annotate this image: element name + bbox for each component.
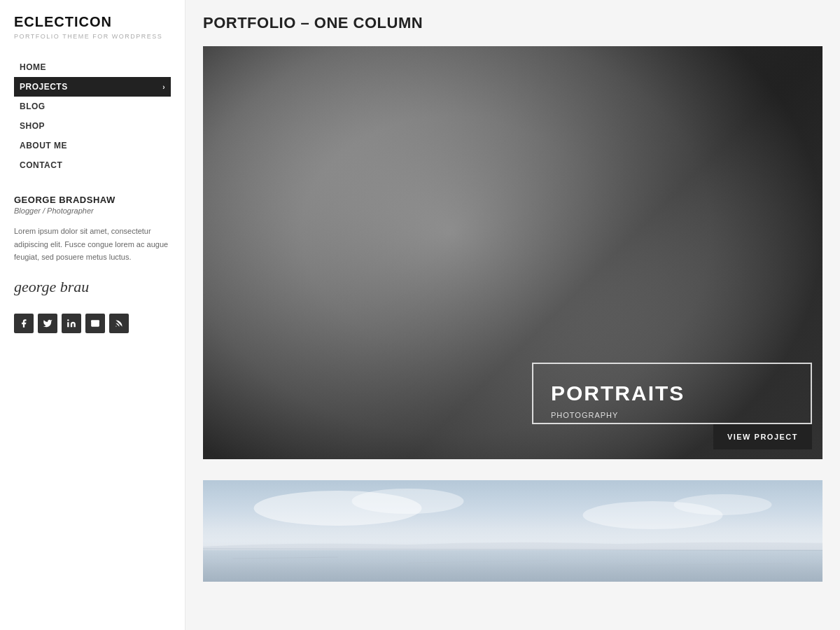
- sidebar-link-shop[interactable]: SHOP: [14, 116, 171, 136]
- main-content: PORTFOLIO – ONE COLUMN: [186, 0, 840, 630]
- sidebar-item-projects[interactable]: PROJECTS›: [14, 77, 171, 97]
- svg-line-13: [391, 302, 426, 309]
- svg-line-26: [618, 564, 793, 566]
- sidebar: ECLECTICON PORTFOLIO THEME FOR WORDPRESS…: [0, 0, 186, 630]
- project-overlay-portraits: PORTRAITS Photography VIEW PROJECT: [532, 363, 812, 424]
- author-role: Blogger / Photographer: [14, 206, 171, 215]
- chevron-right-icon: ›: [162, 83, 165, 91]
- sidebar-item-contact[interactable]: CONTACT: [14, 155, 171, 175]
- svg-point-6: [492, 102, 604, 270]
- svg-line-8: [415, 206, 520, 211]
- rss-icon[interactable]: [109, 314, 129, 333]
- svg-line-25: [408, 561, 548, 563]
- view-project-button-portraits[interactable]: VIEW PROJECT: [713, 424, 812, 449]
- svg-line-24: [233, 557, 338, 559]
- svg-rect-18: [203, 550, 822, 582]
- svg-point-10: [428, 255, 458, 272]
- svg-line-7: [422, 197, 520, 200]
- author-signature: george brau: [14, 278, 171, 296]
- site-branding: ECLECTICON PORTFOLIO THEME FOR WORDPRESS: [14, 14, 171, 40]
- portfolio-item-portraits: PORTRAITS Photography VIEW PROJECT: [203, 46, 822, 459]
- svg-rect-14: [203, 46, 303, 459]
- facebook-icon[interactable]: [14, 314, 34, 333]
- svg-line-9: [419, 217, 517, 221]
- sidebar-link-about[interactable]: ABOUT ME: [14, 136, 171, 155]
- svg-rect-16: [203, 46, 822, 116]
- author-bio: Lorem ipsum dolor sit amet, consectetur …: [14, 225, 171, 264]
- landscape-image: [203, 480, 822, 582]
- social-icons-container: [14, 314, 171, 333]
- sidebar-item-shop[interactable]: SHOP: [14, 116, 171, 136]
- sidebar-link-blog[interactable]: BLOG: [14, 97, 171, 116]
- svg-point-1: [115, 326, 116, 327]
- author-section: GEORGE BRADSHAW Blogger / Photographer L…: [14, 195, 171, 296]
- portfolio-item-landscape: [203, 480, 822, 582]
- svg-point-5: [356, 88, 587, 228]
- svg-point-4: [359, 123, 583, 389]
- project-category-portraits: Photography: [551, 411, 793, 419]
- sidebar-link-projects[interactable]: PROJECTS›: [14, 77, 171, 97]
- svg-line-12: [394, 291, 429, 298]
- twitter-icon[interactable]: [38, 314, 57, 333]
- svg-point-22: [674, 494, 772, 515]
- svg-point-11: [484, 253, 514, 270]
- sidebar-link-home[interactable]: HOME: [14, 57, 171, 77]
- svg-point-20: [352, 489, 464, 514]
- site-title: ECLECTICON: [14, 14, 171, 30]
- author-name: GEORGE BRADSHAW: [14, 195, 171, 205]
- email-icon[interactable]: [85, 314, 105, 333]
- linkedin-icon[interactable]: [62, 314, 81, 333]
- sidebar-link-contact[interactable]: CONTACT: [14, 155, 171, 175]
- sidebar-item-home[interactable]: HOME: [14, 57, 171, 77]
- sidebar-item-blog[interactable]: BLOG: [14, 97, 171, 116]
- page-title: PORTFOLIO – ONE COLUMN: [203, 14, 822, 32]
- main-nav: HOMEPROJECTS›BLOGSHOPABOUT MECONTACT: [14, 57, 171, 175]
- project-name-portraits: PORTRAITS: [551, 382, 793, 405]
- svg-point-0: [67, 319, 69, 321]
- site-subtitle: PORTFOLIO THEME FOR WORDPRESS: [14, 33, 171, 40]
- sidebar-item-about[interactable]: ABOUT ME: [14, 136, 171, 155]
- svg-line-23: [203, 549, 822, 550]
